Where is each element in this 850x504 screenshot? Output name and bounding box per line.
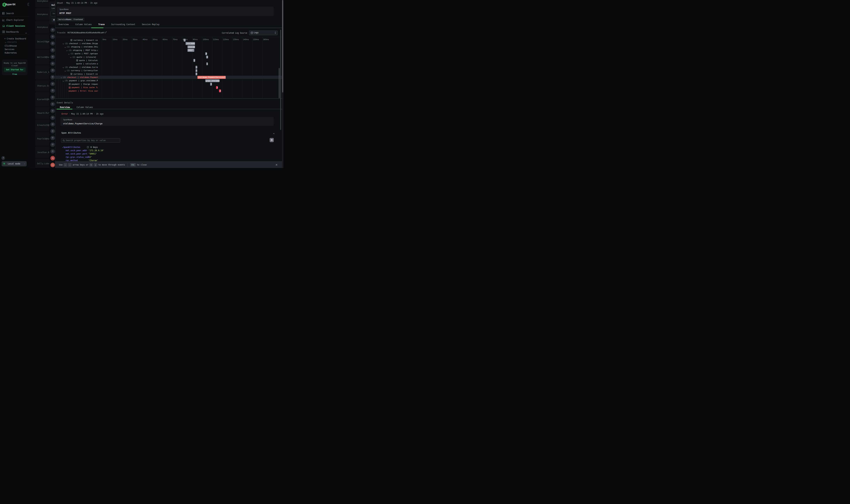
- tab-column-values[interactable]: Column Values: [75, 23, 92, 25]
- session-event-row[interactable]: [49, 101, 55, 108]
- session-event-row[interactable]: [49, 148, 55, 155]
- span-tree-row[interactable]: quote | Calculated q…: [76, 59, 98, 62]
- pin-icon: [50, 102, 55, 106]
- span-tree-row[interactable]: (3)payment | grpc.oteldemo.Paymen…: [63, 79, 98, 82]
- span-bar[interactable]: POST /g: [205, 52, 207, 55]
- session-card[interactable]: Kieran92@h: [35, 92, 50, 107]
- session-event-row[interactable]: [49, 33, 55, 40]
- session-event-row[interactable]: [49, 128, 55, 135]
- waterfall-scrollbar[interactable]: [279, 68, 280, 98]
- local-mode-button[interactable]: U Local mode ›: [2, 161, 27, 166]
- session-event-row[interactable]: [49, 114, 55, 121]
- span-bar[interactable]: {closure}: [206, 56, 208, 59]
- log-source-select[interactable]: Logs: [249, 31, 278, 35]
- tab-trace[interactable]: Trace: [98, 23, 105, 25]
- span-bar[interactable]: Curr: [196, 69, 197, 72]
- service-name-chip[interactable]: ServiceName: frontend: [57, 18, 85, 21]
- session-card[interactable]: Deion37@gm: [35, 34, 50, 49]
- span-tree-row[interactable]: (1)checkout | oteldemo.PaymentServi…: [61, 76, 98, 79]
- preset-services[interactable]: Services: [5, 48, 14, 51]
- session-card[interactable]: Pearl43@ho: [35, 132, 50, 146]
- collapse-section-icon[interactable]: [273, 132, 274, 135]
- event-details-tab-column-values[interactable]: Column Values: [76, 106, 93, 108]
- session-event-row[interactable]: [49, 54, 55, 60]
- session-card[interactable]: Howard.Rur: [35, 107, 50, 119]
- span-tree-row[interactable]: (1)shipping | POST http://quo…: [67, 49, 98, 52]
- session-event-row[interactable]: [49, 27, 55, 34]
- tab-surrounding-context[interactable]: Surrounding Context: [111, 23, 135, 25]
- span-tree-row[interactable]: (1)currency | Currency/Convert: [65, 69, 98, 72]
- span-bar[interactable]: Erro: [219, 89, 221, 92]
- session-event-row[interactable]: [49, 155, 55, 162]
- span-tree-row[interactable]: currency | Convert convers…: [70, 38, 98, 42]
- span-bar[interactable]: Char: [210, 83, 212, 86]
- gear-icon[interactable]: ⚙: [270, 138, 274, 142]
- session-card[interactable]: Anonymous: [35, 0, 50, 7]
- preset-clickhouse[interactable]: Clickhouse: [5, 44, 17, 47]
- session-event-row[interactable]: [49, 67, 55, 74]
- span-tree-row[interactable]: payment | Visa cache full: c…: [69, 86, 98, 89]
- session-event-row[interactable]: [49, 141, 55, 148]
- session-event-row[interactable]: [49, 121, 55, 128]
- attributes-root-toggle[interactable]: ▾SpanAttributes {} 6 keys: [62, 146, 80, 148]
- span-bar[interactable]: calc: [206, 62, 208, 66]
- get-started-button[interactable]: Get Started for Free: [4, 68, 25, 72]
- preset-kubernetes[interactable]: Kubernetes: [5, 52, 17, 54]
- attribute-value: "172.28.0.10": [88, 149, 104, 152]
- axis-tick-label: 40ms: [143, 38, 147, 40]
- span-bar[interactable]: Conv: [196, 73, 197, 75]
- span-tree-row[interactable]: (1)checkout | oteldemo.ShippingSe…: [63, 42, 98, 45]
- span-bar[interactable]: oteldemo.PaymentService/Char: [197, 76, 226, 79]
- session-card[interactable]: Ernesto33@: [35, 120, 50, 131]
- drawer-scrollbar[interactable]: [280, 0, 281, 168]
- tab-session-replay[interactable]: Session Replay: [142, 23, 159, 25]
- span-tree-row[interactable]: quote | calculate-quote: [76, 62, 98, 66]
- session-filter-chip[interactable]: H: [52, 18, 55, 22]
- session-event-row[interactable]: [49, 108, 55, 114]
- span-bar[interactable]: oteldem: [187, 46, 195, 49]
- session-event-row[interactable]: [49, 80, 55, 88]
- tab-overview[interactable]: Overview: [59, 23, 69, 25]
- span-bar[interactable]: Calc: [194, 59, 195, 62]
- sidebar-item-search[interactable]: Search: [0, 12, 29, 17]
- span-bar[interactable]: otel: [196, 66, 197, 69]
- session-event-row[interactable]: [49, 87, 55, 94]
- event-details-tab-overview[interactable]: Overview: [60, 106, 70, 108]
- span-tree-row[interactable]: currency | Convert convers…: [70, 72, 98, 75]
- span-tree-row[interactable]: (2)quote | {closure}: [70, 55, 96, 59]
- span-bar[interactable]: Visa: [216, 86, 218, 89]
- span-tree-row[interactable]: (1)shipping | oteldemo.Shipping…: [65, 45, 98, 49]
- span-bar[interactable]: [184, 39, 185, 42]
- session-event-row[interactable]: [49, 40, 55, 47]
- span-tree-row[interactable]: (1)checkout | oteldemo.CurrencySe…: [63, 66, 98, 69]
- span-bar[interactable]: POST h: [187, 49, 194, 52]
- span-tree-row[interactable]: (1)quote | POST /getquote: [68, 52, 98, 55]
- session-event-row[interactable]: [49, 60, 55, 67]
- presets-toggle[interactable]: PRESETS: [5, 41, 17, 43]
- session-search-input[interactable]: Sea: [51, 11, 55, 16]
- session-card[interactable]: Anonymous: [35, 21, 50, 33]
- span-tree-row[interactable]: payment | Error: Visa cache ful…: [69, 89, 98, 92]
- session-event-row[interactable]: [49, 94, 55, 101]
- span-bar[interactable]: oteldemo.: [185, 42, 195, 45]
- attributes-search-input[interactable]: Search properties by key or value: [61, 138, 120, 143]
- edit-icon[interactable]: [105, 31, 107, 34]
- session-card[interactable]: Shaniya.Sc: [35, 80, 50, 92]
- session-event-row[interactable]: [49, 74, 55, 81]
- sidebar-item-chart-explorer[interactable]: Chart Explorer: [0, 19, 29, 23]
- close-icon[interactable]: ×: [275, 163, 278, 166]
- session-card[interactable]: Jonathan.B: [35, 147, 50, 158]
- session-card[interactable]: Walton9@ho: [35, 50, 50, 64]
- session-event-row[interactable]: [49, 47, 55, 54]
- session-card[interactable]: Roderick_S: [35, 65, 50, 79]
- create-dashboard-button[interactable]: + Create Dashboard: [4, 37, 26, 40]
- session-card[interactable]: Anonymous: [35, 8, 50, 20]
- span-bar[interactable]: grpc.oteldemo.: [205, 79, 220, 82]
- help-button[interactable]: ?: [1, 156, 5, 160]
- sidebar-item-client-sessions[interactable]: Client Sessions: [0, 24, 29, 29]
- session-card[interactable]: Dolly.Lubo: [35, 159, 50, 168]
- session-event-row[interactable]: [49, 134, 55, 142]
- session-event-row[interactable]: [49, 162, 55, 168]
- page-scrollbar[interactable]: [282, 0, 284, 168]
- span-tree-row[interactable]: payment | Charge request rec…: [69, 83, 98, 86]
